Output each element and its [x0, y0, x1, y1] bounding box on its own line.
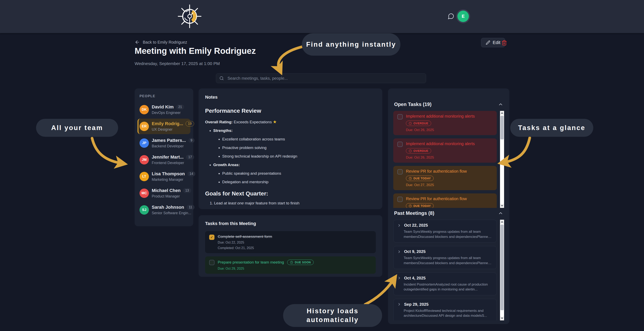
- past-meetings-title: Past Meetings (8): [394, 210, 434, 216]
- scroll-up-arrow[interactable]: [500, 111, 504, 115]
- callout-history-loads: History loads automatically: [283, 304, 382, 327]
- checkbox-unchecked[interactable]: [397, 114, 403, 119]
- overdue-badge: OVERDUE: [406, 148, 431, 153]
- past-meetings-list: Oct 22, 2025 Team SyncWeekly progress up…: [393, 220, 504, 320]
- strengths-item: Strengths: Excellent collaboration acros…: [213, 128, 376, 159]
- notes-section-heading: Performance Review: [205, 108, 376, 114]
- checkbox-unchecked[interactable]: [209, 260, 214, 265]
- person-count-badge: 21: [176, 105, 184, 109]
- people-panel-header: PEOPLE: [138, 94, 190, 98]
- past-meetings-header: Past Meetings (8): [394, 210, 503, 216]
- person-row-james-patterson[interactable]: JP James Patters...9 Backend Developer: [138, 135, 190, 151]
- search-icon: [219, 76, 224, 81]
- scrollbar-thumb[interactable]: [500, 225, 504, 310]
- meeting-summary: Project KickoffReviewed technical requir…: [404, 308, 493, 318]
- notes-panel: Notes Performance Review Overall Rating:…: [198, 89, 382, 209]
- avatar-initials: ER: [142, 124, 147, 128]
- task-row-due-soon[interactable]: Prepare presentation for team meeting DU…: [205, 256, 376, 274]
- person-count-badge: 17: [186, 155, 194, 160]
- person-name: Sarah Johnson: [152, 205, 184, 210]
- open-task-card[interactable]: Implement additional monitoring alerts O…: [393, 138, 497, 163]
- arrow-to-people: [92, 138, 122, 163]
- task-title: Prepare presentation for team meeting: [218, 260, 284, 264]
- delete-button[interactable]: [500, 39, 508, 47]
- task-title: Implement additional monitoring alerts: [406, 141, 475, 146]
- back-link-label: Back to Emily Rodriguez: [143, 40, 187, 45]
- collapse-past-meetings-button[interactable]: [498, 211, 503, 216]
- person-row-jennifer-martinez[interactable]: JM Jennifer Mart...17 Frontend Developer: [138, 152, 190, 168]
- person-row-lisa-thompson[interactable]: LT Lisa Thompson14 Marketing Manager: [138, 169, 190, 184]
- person-row-sarah-johnson[interactable]: SJ Sarah Johnson11 Senior Software Engin…: [138, 202, 190, 218]
- checkbox-unchecked[interactable]: [397, 169, 403, 174]
- person-name: Michael Chen: [152, 188, 181, 193]
- meeting-tasks-title: Tasks from this Meeting: [205, 221, 376, 226]
- check-icon: ✓: [210, 235, 213, 239]
- avatar: JP: [140, 138, 149, 148]
- person-name: Jennifer Mart...: [152, 155, 184, 160]
- scrollbar-thumb[interactable]: [500, 116, 504, 139]
- meeting-date: Oct 22, 2025: [404, 223, 428, 228]
- past-meeting-card[interactable]: Sep 29, 2025 Project KickoffReviewed tec…: [393, 299, 497, 320]
- meeting-summary: Team SyncWeekly progress updates from al…: [404, 256, 493, 265]
- past-meeting-card[interactable]: Oct 9, 2025 Team SyncWeekly progress upd…: [393, 246, 497, 269]
- past-meetings-scrollbar[interactable]: [500, 220, 504, 320]
- search-input[interactable]: [216, 73, 426, 83]
- person-count-badge: 11: [186, 205, 194, 210]
- goal-item: Lead at least one major feature from sta…: [214, 201, 376, 205]
- user-avatar[interactable]: E: [456, 9, 470, 23]
- checkbox-unchecked[interactable]: [397, 197, 403, 202]
- alert-circle-icon: [409, 149, 412, 152]
- clock-icon: [409, 177, 412, 180]
- pencil-icon: [486, 40, 490, 45]
- overdue-badge: OVERDUE: [406, 121, 431, 126]
- person-row-michael-chen[interactable]: MC Michael Chen13 Product Manager: [138, 185, 190, 201]
- open-task-card[interactable]: Review PR for authentication flow DUE TO…: [393, 166, 497, 190]
- avatar: ER: [140, 122, 149, 131]
- person-row-emily-rodriguez[interactable]: ER Emily Rodrig...19 UX Designer: [138, 119, 190, 134]
- person-row-david-kim[interactable]: DK David Kim21 DevOps Engineer: [138, 102, 190, 117]
- open-task-card[interactable]: Implement additional monitoring alerts O…: [393, 111, 497, 135]
- avatar-initial: E: [458, 11, 469, 22]
- back-link[interactable]: Back to Emily Rodriguez: [134, 40, 187, 45]
- person-role: Product Manager: [152, 194, 191, 198]
- chevron-up-icon: [498, 102, 503, 107]
- task-title: Implement additional monitoring alerts: [406, 114, 475, 119]
- task-due-date: Due: Oct 26, 2025: [406, 128, 475, 132]
- top-navigation-bar: E: [0, 0, 644, 33]
- task-title: Complete self-assessment form: [218, 234, 272, 239]
- page-title: Meeting with Emily Rodriguez: [134, 46, 256, 56]
- open-tasks-scrollbar[interactable]: [500, 111, 504, 208]
- callout-tasks-at-a-glance: Tasks at a glance: [510, 119, 593, 137]
- avatar: SJ: [140, 205, 149, 215]
- meeting-summary: Team SyncWeekly progress updates from al…: [404, 229, 493, 239]
- checkbox-checked[interactable]: ✓: [209, 235, 214, 240]
- person-role: Backend Developer: [152, 144, 194, 148]
- open-tasks-title: Open Tasks (19): [394, 102, 432, 107]
- global-search: [216, 73, 426, 83]
- notes-title: Notes: [205, 95, 376, 100]
- checkbox-unchecked[interactable]: [397, 142, 403, 147]
- scroll-up-arrow[interactable]: [500, 220, 504, 224]
- open-task-card[interactable]: Review PR for authentication flow DUE TO…: [393, 193, 497, 208]
- chat-button[interactable]: [446, 12, 456, 21]
- person-name: David Kim: [152, 104, 174, 110]
- person-count-badge: 9: [188, 138, 195, 143]
- meeting-date: Sep 29, 2025: [404, 302, 428, 307]
- due-soon-badge: DUE SOON: [287, 260, 314, 265]
- arrow-to-search: [278, 47, 303, 69]
- avatar: DK: [140, 105, 149, 114]
- scroll-down-arrow[interactable]: [500, 316, 504, 320]
- scroll-down-arrow[interactable]: [500, 204, 504, 208]
- avatar-initials: SJ: [142, 208, 146, 212]
- task-due-date: Due: Oct 29, 2025: [218, 267, 314, 270]
- avatar-initials: JP: [142, 141, 146, 145]
- past-meeting-card[interactable]: Oct 4, 2025 Incident PostmortemAnalyzed …: [393, 272, 497, 295]
- people-panel: PEOPLE DK David Kim21 DevOps Engineer ER…: [134, 89, 193, 226]
- past-meeting-card[interactable]: Oct 22, 2025 Team SyncWeekly progress up…: [393, 220, 497, 242]
- collapse-open-tasks-button[interactable]: [498, 102, 503, 107]
- chevron-right-icon: [397, 223, 401, 227]
- person-role: UX Designer: [152, 127, 194, 132]
- avatar-initials: LT: [142, 174, 146, 179]
- task-row-completed[interactable]: ✓ Complete self-assessment form Due: Oct…: [205, 231, 376, 253]
- growth-bullet: Public speaking and presentations: [222, 171, 376, 176]
